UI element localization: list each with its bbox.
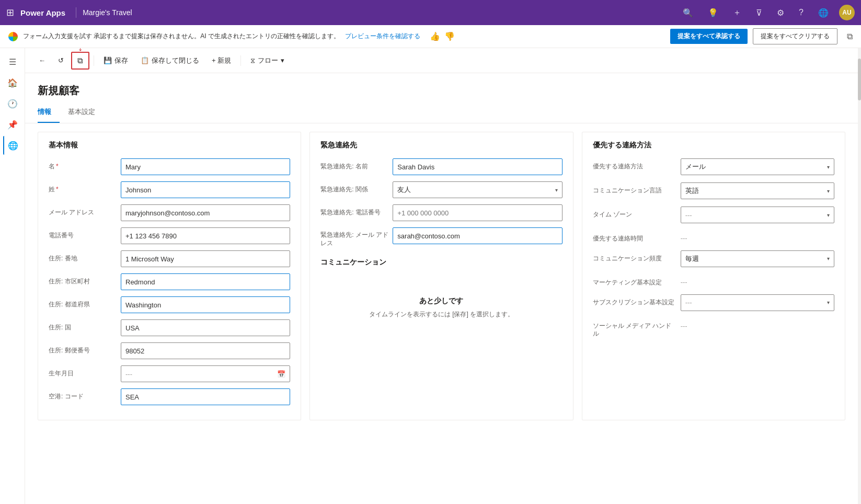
save-close-label: 保存して閉じる	[152, 56, 199, 65]
preferred-method-select[interactable]: メール ▾	[681, 158, 834, 175]
subscription-value: ---	[685, 299, 692, 306]
comm-lang-row: コミュニケーション言語 英語 ▾	[593, 182, 834, 199]
emergency-relation-chevron: ▾	[555, 187, 558, 193]
email-input[interactable]	[121, 204, 290, 221]
approve-all-button[interactable]: 提案をすべて承認する	[670, 29, 748, 44]
save-icon: 💾	[104, 56, 112, 64]
address-street-label: 住所: 番地	[49, 250, 117, 263]
refresh-button[interactable]: ↺	[53, 53, 69, 67]
emergency-name-input[interactable]	[393, 158, 562, 175]
clear-all-button[interactable]: 提案をすべてクリアする	[753, 28, 837, 44]
preferred-time-row: 優先する連絡時間 ---	[593, 231, 834, 243]
notif-link[interactable]: プレビュー条件を確認する	[345, 32, 420, 41]
form-panels: 基本情報 名* 姓* メール アドレス 電話番号	[25, 132, 858, 433]
globe-icon[interactable]: 🌐	[814, 6, 833, 20]
settings-icon[interactable]: ⚙	[773, 6, 788, 20]
timezone-select[interactable]: --- ▾	[681, 207, 834, 223]
save-close-button[interactable]: 📋 保存して閉じる	[135, 53, 204, 68]
emergency-email-label: 緊急連絡先: メール アドレス	[320, 227, 388, 247]
thumb-up-icon[interactable]: 👍	[430, 31, 440, 41]
last-name-input[interactable]	[121, 181, 290, 198]
user-avatar[interactable]: AU	[839, 5, 855, 20]
tab-settings[interactable]: 基本設定	[68, 102, 104, 123]
address-zip-input[interactable]	[121, 342, 290, 359]
scrollbar[interactable]	[858, 48, 861, 504]
preferred-method-row: 優先する連絡方法 メール ▾	[593, 158, 834, 175]
basic-info-title: 基本情報	[49, 141, 290, 150]
comm-lang-select[interactable]: 英語 ▾	[681, 182, 834, 199]
sidebar-nav-active[interactable]: 🌐	[3, 136, 22, 155]
airport-label: 空港: コード	[49, 388, 117, 401]
arrow-indicator: ↓	[78, 48, 83, 53]
sidebar-nav-home[interactable]: 🏠	[3, 73, 22, 92]
address-street-row: 住所: 番地	[49, 250, 290, 267]
birthdate-value: ---	[125, 370, 132, 378]
new-tab-button-container: ⧉ ↓	[71, 52, 89, 70]
emergency-relation-select[interactable]: 友人 ▾	[393, 181, 562, 198]
back-icon: ←	[39, 56, 45, 64]
email-label: メール アドレス	[49, 204, 117, 217]
sidebar-home-icon[interactable]: ☰	[3, 52, 22, 71]
comm-placeholder: あと少しです タイムラインを表示するには [保存] を選択します。	[320, 276, 562, 340]
address-city-input[interactable]	[121, 273, 290, 290]
marketing-label: マーケティング基本設定	[593, 274, 676, 287]
new-tab-button[interactable]: ⧉	[71, 52, 89, 70]
tab-info[interactable]: 情報	[38, 102, 60, 123]
comm-freq-select[interactable]: 毎週 ▾	[681, 250, 834, 267]
top-nav: ⊞ Power Apps Margie's Travel 🔍 💡 ＋ ⊽ ⚙ ?…	[0, 0, 861, 25]
grid-icon[interactable]: ⊞	[6, 7, 14, 18]
search-icon[interactable]: 🔍	[679, 6, 697, 20]
save-button[interactable]: 💾 保存	[98, 53, 133, 68]
first-name-input[interactable]	[121, 158, 290, 175]
brand-name: Power Apps	[20, 8, 65, 17]
help-icon[interactable]: ?	[795, 6, 808, 19]
page-title-bar: 新規顧客	[25, 73, 858, 102]
phone-label: 電話番号	[49, 227, 117, 240]
phone-row: 電話番号	[49, 227, 290, 244]
emergency-title: 緊急連絡先	[320, 141, 562, 150]
address-state-row: 住所: 都道府県	[49, 296, 290, 313]
thumb-down-icon[interactable]: 👎	[444, 31, 455, 41]
lightbulb-icon[interactable]: 💡	[704, 6, 722, 20]
preferred-method-label: 優先する連絡方法	[593, 158, 676, 171]
comm-freq-chevron: ▾	[827, 256, 830, 261]
flow-button[interactable]: ⧖ フロー ▾	[245, 53, 290, 68]
app-name: Margie's Travel	[83, 8, 132, 17]
add-icon[interactable]: ＋	[729, 5, 745, 20]
timezone-row: タイム ゾーン --- ▾	[593, 207, 834, 223]
emergency-panel: 緊急連絡先 緊急連絡先: 名前 緊急連絡先: 関係 友人 ▾ 緊急連絡先: 電話	[309, 132, 573, 420]
notification-bar: フォーム入力支援を試す 承認するまで提案は保存されません。AI で生成されたエン…	[0, 25, 861, 48]
emergency-phone-input[interactable]	[393, 204, 562, 221]
address-state-input[interactable]	[121, 296, 290, 313]
sidebar-nav-recent[interactable]: 🕐	[3, 94, 22, 113]
flow-chevron-icon: ▾	[281, 56, 284, 64]
scroll-thumb[interactable]	[858, 59, 861, 100]
comm-freq-label: コミュニケーション頻度	[593, 250, 676, 263]
address-country-input[interactable]	[121, 319, 290, 336]
phone-input[interactable]	[121, 227, 290, 244]
subscription-select[interactable]: --- ▾	[681, 294, 834, 311]
page-title: 新規顧客	[38, 84, 845, 98]
emergency-email-input[interactable]	[393, 227, 562, 244]
save-label: 保存	[114, 56, 128, 65]
address-street-input[interactable]	[121, 250, 290, 267]
social-row: ソーシャル メディア ハンドル ---	[593, 318, 834, 338]
toolbar: ← ↺ ⧉ ↓ 💾 保存 📋 保存して閉じる + 新規	[25, 48, 858, 73]
sidebar-toggle-icon[interactable]: ⧉	[847, 32, 853, 41]
save-close-icon: 📋	[141, 56, 149, 64]
filter-icon[interactable]: ⊽	[752, 6, 766, 20]
preferred-time-value: ---	[681, 231, 834, 242]
new-button[interactable]: + 新規	[206, 53, 236, 68]
back-button[interactable]: ←	[33, 53, 51, 67]
airport-input[interactable]	[121, 388, 290, 405]
tabs: 情報 基本設定	[25, 102, 858, 123]
first-name-row: 名*	[49, 158, 290, 175]
social-label: ソーシャル メディア ハンドル	[593, 318, 676, 338]
birthdate-input[interactable]: --- 📅	[121, 365, 290, 382]
emergency-phone-label: 緊急連絡先: 電話番号	[320, 204, 388, 217]
emergency-relation-row: 緊急連絡先: 関係 友人 ▾	[320, 181, 562, 198]
sidebar-nav-pinned[interactable]: 📌	[3, 115, 22, 134]
birthdate-label: 生年月日	[49, 365, 117, 378]
comm-freq-row: コミュニケーション頻度 毎週 ▾	[593, 250, 834, 267]
email-row: メール アドレス	[49, 204, 290, 221]
